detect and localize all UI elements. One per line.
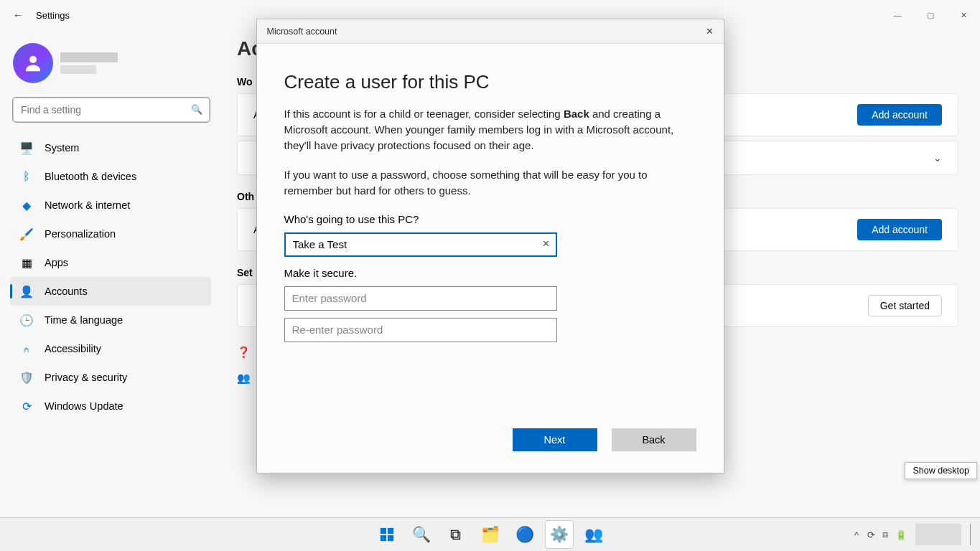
clear-input-icon[interactable]: ✕ <box>542 238 550 249</box>
network-icon[interactable]: ⧈ <box>882 529 888 540</box>
modal-window-title: Microsoft account <box>267 27 337 37</box>
close-icon[interactable]: ✕ <box>706 26 714 37</box>
svg-rect-3 <box>380 535 386 541</box>
next-button[interactable]: Next <box>513 428 597 451</box>
password-confirm-input[interactable] <box>284 318 557 342</box>
taskbar-datetime[interactable] <box>915 524 961 545</box>
edge-browser[interactable]: 🔵 <box>510 520 539 549</box>
password-input[interactable] <box>284 286 557 311</box>
modal-paragraph-1: If this account is for a child or teenag… <box>284 106 696 153</box>
start-button[interactable] <box>373 520 401 549</box>
windows-icon <box>379 527 395 542</box>
tray-chevron-icon[interactable]: ^ <box>854 529 859 540</box>
settings-app[interactable]: ⚙️ <box>545 520 574 549</box>
modal-create-user: Microsoft account ✕ Create a user for th… <box>256 19 724 474</box>
svg-rect-2 <box>387 528 393 534</box>
teams-app[interactable]: 👥 <box>579 520 608 549</box>
sync-icon[interactable]: ⟳ <box>867 529 875 540</box>
svg-rect-4 <box>387 535 393 541</box>
battery-icon[interactable]: 🔋 <box>895 529 907 540</box>
password-label: Make it secure. <box>284 267 696 279</box>
taskbar: 🔍 ⧉ 🗂️ 🔵 ⚙️ 👥 ^ ⟳ ⧈ 🔋 <box>0 517 980 551</box>
modal-heading: Create a user for this PC <box>284 71 696 93</box>
task-view[interactable]: ⧉ <box>442 520 470 549</box>
show-desktop-edge[interactable] <box>970 524 973 545</box>
back-button-modal[interactable]: Back <box>612 428 696 451</box>
show-desktop-tooltip: Show desktop <box>905 462 977 479</box>
taskbar-search[interactable]: 🔍 <box>407 520 436 549</box>
modal-paragraph-2: If you want to use a password, choose so… <box>284 167 696 199</box>
username-input[interactable] <box>284 232 557 257</box>
username-label: Who's going to use this PC? <box>284 213 696 225</box>
file-explorer[interactable]: 🗂️ <box>476 520 505 549</box>
modal-overlay: Microsoft account ✕ Create a user for th… <box>0 0 980 517</box>
svg-rect-1 <box>380 528 386 534</box>
